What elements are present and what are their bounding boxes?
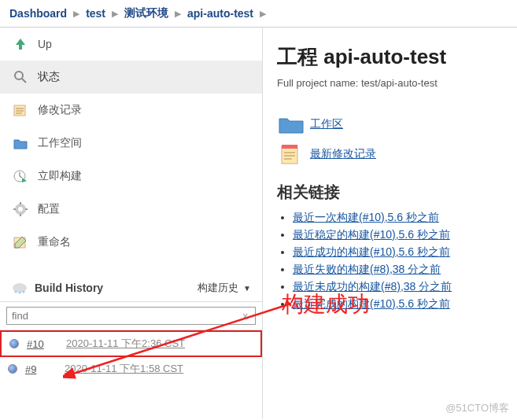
chevron-right-icon: ▶ — [260, 9, 266, 19]
breadcrumb-link[interactable]: api-auto-test — [187, 7, 253, 20]
related-link[interactable]: 最近成功的构建(#10),5.6 秒之前 — [293, 245, 450, 258]
project-full-name: Full project name: test/api-auto-test — [277, 77, 503, 89]
notepad-icon — [11, 101, 30, 119]
related-links-list: 最近一次构建(#10),5.6 秒之前 最近稳定的构建(#10),5.6 秒之前… — [293, 211, 503, 311]
breadcrumb-link[interactable]: test — [86, 7, 105, 20]
svg-point-15 — [15, 291, 17, 293]
sidebar-item-label: 配置 — [38, 202, 60, 216]
sidebar-item-configure[interactable]: 配置 — [0, 193, 262, 226]
build-row[interactable]: #10 2020-11-11 下午2:36 CST — [0, 330, 262, 357]
folder-icon — [11, 134, 30, 152]
build-timestamp-link[interactable]: 2020-11-11 下午1:58 CST — [65, 362, 183, 376]
sidebar-item-changes[interactable]: 修改记录 — [0, 94, 262, 127]
find-input-wrap: x — [6, 307, 256, 325]
main-content: 工程 api-auto-test Full project name: test… — [263, 28, 517, 419]
status-ball-icon — [9, 339, 19, 348]
action-workspace[interactable]: 工作区 — [277, 112, 503, 136]
build-timestamp-link[interactable]: 2020-11-11 下午2:36 CST — [66, 337, 185, 351]
build-history-toggle[interactable]: 构建历史 ▼ — [198, 281, 251, 295]
build-number-link[interactable]: #9 — [25, 363, 50, 375]
breadcrumb: Dashboard▶ test▶ 测试环境▶ api-auto-test▶ — [0, 0, 517, 28]
edit-icon — [11, 234, 30, 251]
sidebar-item-status[interactable]: 状态 — [0, 61, 262, 94]
clear-icon[interactable]: x — [241, 310, 251, 322]
related-links-heading: 相关链接 — [277, 182, 503, 203]
build-history-panel: Build History 构建历史 ▼ x #10 2020-11-11 下午… — [0, 274, 262, 381]
weather-icon — [11, 281, 28, 295]
sidebar-item-label: 立即构建 — [38, 169, 82, 183]
chevron-right-icon: ▶ — [175, 9, 181, 19]
svg-point-17 — [23, 291, 25, 293]
find-input[interactable] — [12, 310, 241, 322]
sidebar-item-up[interactable]: Up — [0, 28, 262, 61]
related-link[interactable]: 最近未成功的构建(#8),38 分之前 — [293, 280, 452, 293]
svg-line-1 — [22, 79, 26, 83]
related-link[interactable]: 最近失败的构建(#8),38 分之前 — [293, 263, 441, 275]
action-changes-link[interactable]: 最新修改记录 — [310, 147, 376, 161]
folder-icon — [277, 112, 305, 136]
svg-rect-18 — [282, 146, 297, 164]
sidebar: Up 状态 修改记录 工作空间 立即构建 配置 — [0, 28, 263, 419]
sidebar-item-label: Up — [38, 38, 52, 50]
status-ball-icon — [8, 364, 17, 374]
sidebar-item-label: 工作空间 — [38, 136, 82, 150]
search-icon — [11, 68, 30, 86]
sidebar-item-rename[interactable]: 重命名 — [0, 226, 262, 259]
arrow-up-icon — [11, 35, 30, 53]
chevron-down-icon: ▼ — [243, 284, 251, 293]
notepad-icon — [277, 142, 305, 166]
chevron-right-icon: ▶ — [73, 9, 79, 19]
action-changes[interactable]: 最新修改记录 — [277, 142, 503, 166]
sidebar-item-label: 重命名 — [38, 235, 71, 249]
related-link[interactable]: 最近一次构建(#10),5.6 秒之前 — [293, 211, 439, 223]
build-number-link[interactable]: #10 — [27, 338, 52, 350]
build-history-title: Build History — [35, 282, 103, 294]
clock-play-icon — [11, 168, 30, 185]
svg-point-8 — [18, 207, 23, 212]
page-title: 工程 api-auto-test — [277, 43, 503, 71]
svg-rect-19 — [282, 145, 297, 149]
related-link[interactable]: 最近稳定的构建(#10),5.6 秒之前 — [293, 228, 450, 241]
sidebar-item-workspace[interactable]: 工作空间 — [0, 127, 262, 160]
breadcrumb-link[interactable]: Dashboard — [9, 7, 67, 20]
build-row[interactable]: #9 2020-11-11 下午1:58 CST — [0, 357, 262, 381]
sidebar-item-label: 状态 — [38, 70, 60, 84]
svg-point-0 — [15, 72, 23, 79]
sidebar-item-build-now[interactable]: 立即构建 — [0, 160, 262, 193]
action-workspace-link[interactable]: 工作区 — [310, 117, 343, 131]
svg-point-14 — [13, 283, 27, 293]
related-link[interactable]: 最近完成的构建(#10),5.6 秒之前 — [293, 297, 450, 310]
sidebar-item-label: 修改记录 — [38, 103, 82, 117]
svg-point-16 — [19, 292, 21, 294]
chevron-right-icon: ▶ — [112, 9, 118, 19]
breadcrumb-link[interactable]: 测试环境 — [124, 6, 168, 20]
gear-icon — [11, 201, 30, 218]
